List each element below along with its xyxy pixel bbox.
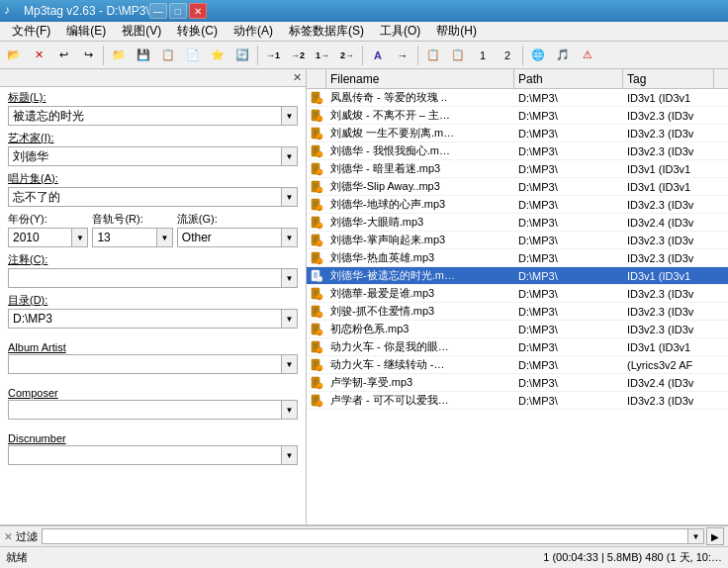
tb-redo-button[interactable]: ↪ (76, 45, 100, 66)
menu-view[interactable]: 视图(V) (114, 22, 169, 41)
menu-action[interactable]: 动作(A) (226, 22, 281, 41)
file-icon: ♪ (307, 376, 326, 390)
tb-delete-button[interactable]: ✕ (27, 45, 50, 66)
file-cell-tag: ID3v2.3 (ID3v (623, 323, 728, 336)
discnumber-input[interactable] (8, 445, 282, 465)
file-row[interactable]: ♪ 刘德华-热血英雄.mp3 D:\MP3\ ID3v2.3 (ID3v (307, 249, 728, 267)
track-input-wrapper: ▼ (92, 228, 172, 247)
genre-input-wrapper: ▼ (177, 228, 298, 247)
file-cell-tag: ID3v2.4 (ID3v (623, 216, 728, 230)
tb-arrow-button[interactable]: → (391, 45, 414, 66)
col-header-path[interactable]: Path (514, 69, 623, 88)
tb-star-button[interactable]: ⭐ (206, 45, 229, 66)
album-artist-input[interactable] (8, 354, 282, 374)
file-row[interactable]: ♪ 刘骏-抓不住爱情.mp3 D:\MP3\ ID3v2.3 (ID3v (307, 303, 728, 321)
minimize-button[interactable]: — (149, 3, 167, 19)
tb-num3-button[interactable]: 1 (471, 45, 495, 66)
genre-input[interactable] (177, 228, 282, 247)
tb-open-button[interactable]: 📂 (2, 45, 26, 66)
filter-nav-btn[interactable]: ▶ (706, 527, 724, 545)
tb-num1-button[interactable]: 📋 (421, 45, 445, 66)
menu-tools[interactable]: 工具(O) (372, 22, 428, 41)
tb-refresh-button[interactable]: 🔄 (230, 45, 254, 66)
left-panel-close[interactable]: ✕ (293, 71, 302, 84)
year-input[interactable] (8, 228, 72, 247)
tb-tag1-button[interactable]: →1 (261, 45, 285, 66)
comment-input[interactable] (8, 268, 282, 288)
tb-save-button[interactable]: 💾 (132, 45, 155, 66)
blank-space-1 (0, 331, 306, 338)
close-button[interactable]: ✕ (189, 3, 207, 19)
menu-file[interactable]: 文件(F) (4, 22, 58, 41)
col-header-filename[interactable]: Filename (326, 69, 514, 88)
file-row[interactable]: ♪ 动力火车 - 继续转动 -… D:\MP3\ (Lyrics3v2 AF (307, 356, 728, 374)
artist-input[interactable] (8, 146, 282, 166)
tb-text-button[interactable]: A (366, 45, 390, 66)
file-row[interactable]: ♪ 刘德华-大眼睛.mp3 D:\MP3\ ID3v2.4 (ID3v (307, 214, 728, 232)
directory-field-group: 目录(D): ▼ (0, 290, 306, 331)
file-row[interactable]: ♪ 刘威焌 - 不离不开 – 主… D:\MP3\ ID3v2.3 (ID3v (307, 107, 728, 125)
tb-warn-button[interactable]: ⚠ (576, 45, 599, 66)
genre-dropdown-btn[interactable]: ▼ (282, 228, 298, 247)
file-row[interactable]: ♪ 凤凰传奇 - 等爱的玫瑰 .. D:\MP3\ ID3v1 (ID3v1 (307, 89, 728, 107)
tb-paste-tag-button[interactable]: 📄 (181, 45, 205, 66)
file-icon: ♪ (307, 216, 326, 230)
file-row[interactable]: ♪ 刘威焌 一生不要别离.m… D:\MP3\ ID3v2.3 (ID3v (307, 125, 728, 142)
menu-edit[interactable]: 编辑(E) (58, 22, 114, 41)
album-artist-dropdown-btn[interactable]: ▼ (282, 354, 298, 374)
file-cell-name: 卢学者 - 可不可以爱我… (326, 392, 514, 409)
maximize-button[interactable]: □ (169, 3, 187, 19)
file-cell-path: D:\MP3\ (514, 340, 623, 354)
file-row[interactable]: ♪ 刘德华 - 我恨我痴心.m… D:\MP3\ ID3v2.3 (ID3v (307, 142, 728, 160)
blank-space-2 (0, 376, 306, 384)
tb-tag4-button[interactable]: 2→ (335, 45, 359, 66)
file-cell-tag: ID3v1 (ID3v1 (623, 340, 728, 354)
file-row[interactable]: ♪ 卢学者 - 可不可以爱我… D:\MP3\ ID3v2.3 (ID3v (307, 392, 728, 410)
tb-music-button[interactable]: 🎵 (551, 45, 575, 66)
file-row[interactable]: ♪ 刘德华-被遗忘的时光.m… D:\MP3\ ID3v1 (ID3v1 (307, 267, 728, 285)
tb-tag3-button[interactable]: 1→ (311, 45, 334, 66)
file-row[interactable]: ♪ 刘德华-地球的心声.mp3 D:\MP3\ ID3v2.3 (ID3v (307, 196, 728, 214)
filter-input[interactable] (42, 528, 688, 544)
tb-copy-tag-button[interactable]: 📋 (156, 45, 180, 66)
composer-field-group: Composer ▼ (0, 384, 306, 422)
file-row[interactable]: ♪ 卢学韧-享受.mp3 D:\MP3\ ID3v2.4 (ID3v (307, 374, 728, 392)
file-row[interactable]: ♪ 刘德华-掌声响起来.mp3 D:\MP3\ ID3v2.3 (ID3v (307, 232, 728, 249)
menu-help[interactable]: 帮助(H) (428, 22, 485, 41)
year-track-genre-row: 年份(Y): ▼ 音轨号(R): ▼ 流派(G): (0, 209, 306, 249)
discnumber-dropdown-btn[interactable]: ▼ (282, 445, 298, 465)
composer-input[interactable] (8, 400, 282, 420)
file-row[interactable]: ♪ 刘德华 - 暗里着迷.mp3 D:\MP3\ ID3v1 (ID3v1 (307, 160, 728, 178)
year-dropdown-btn[interactable]: ▼ (72, 228, 88, 247)
album-artist-field-group: Album Artist ▼ (0, 338, 306, 376)
tb-sep2 (257, 46, 258, 65)
title-input[interactable] (8, 106, 282, 126)
tb-undo-button[interactable]: ↩ (51, 45, 75, 66)
file-row[interactable]: ♪ 初恋粉色系.mp3 D:\MP3\ ID3v2.3 (ID3v (307, 321, 728, 338)
album-input[interactable] (8, 187, 282, 207)
title-dropdown-btn[interactable]: ▼ (282, 106, 298, 126)
artist-dropdown-btn[interactable]: ▼ (282, 146, 298, 166)
file-cell-path: D:\MP3\ (514, 198, 623, 212)
tb-num2-button[interactable]: 📋 (446, 45, 470, 66)
album-label: 唱片集(A): (8, 171, 298, 186)
tb-num4-button[interactable]: 2 (496, 45, 519, 66)
tb-tag2-button[interactable]: →2 (286, 45, 310, 66)
col-header-tag[interactable]: Tag (623, 69, 714, 88)
menu-convert[interactable]: 转换(C) (169, 22, 226, 41)
filter-dropdown-btn[interactable]: ▼ (688, 528, 704, 544)
comment-dropdown-btn[interactable]: ▼ (282, 268, 298, 288)
filter-clear-button[interactable]: ✕ (4, 531, 12, 542)
directory-dropdown-btn[interactable]: ▼ (282, 309, 298, 329)
composer-dropdown-btn[interactable]: ▼ (282, 400, 298, 420)
track-input[interactable] (92, 228, 156, 247)
file-row[interactable]: ♪ 动力火车 - 你是我的眼… D:\MP3\ ID3v1 (ID3v1 (307, 338, 728, 356)
file-row[interactable]: ♪ 刘德華-最爱是谁.mp3 D:\MP3\ ID3v2.3 (ID3v (307, 285, 728, 303)
track-dropdown-btn[interactable]: ▼ (157, 228, 173, 247)
directory-input[interactable] (8, 309, 282, 329)
album-dropdown-btn[interactable]: ▼ (282, 187, 298, 207)
tb-web-button[interactable]: 🌐 (526, 45, 550, 66)
tb-folder-button[interactable]: 📁 (107, 45, 131, 66)
menu-tagdb[interactable]: 标签数据库(S) (281, 22, 372, 41)
file-row[interactable]: ♪ 刘德华-Slip Away..mp3 D:\MP3\ ID3v1 (ID3v… (307, 178, 728, 196)
